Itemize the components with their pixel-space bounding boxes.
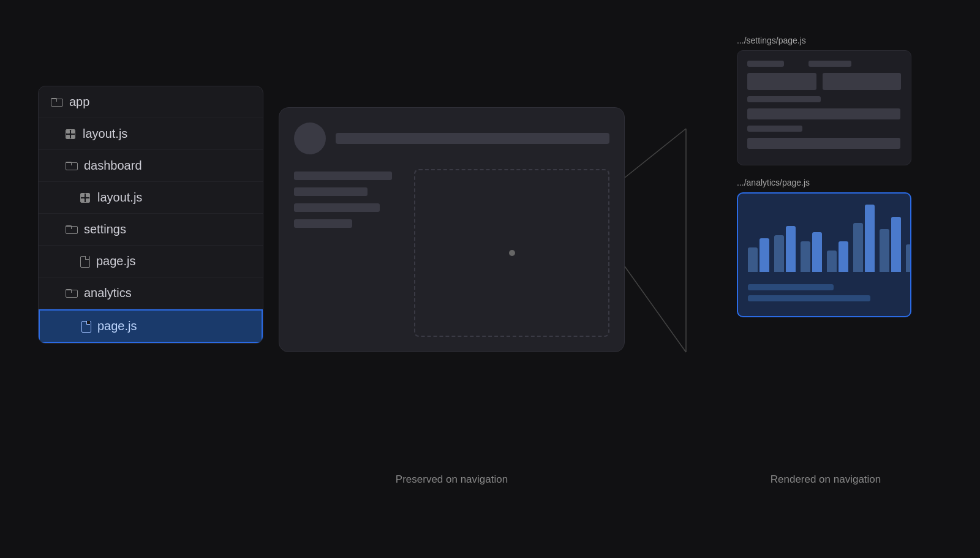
label-preserved: Preserved on navigation [279, 473, 625, 486]
preview-avatar [294, 123, 326, 154]
chart-bar [853, 223, 863, 272]
file-tree-sidebar: app layout.js dashboard layout.js settin… [38, 86, 263, 344]
chart-bar [906, 244, 911, 272]
bar-group-6 [880, 217, 901, 272]
chart-bar [774, 235, 784, 272]
chart-bar [760, 238, 769, 272]
bar-group-1 [748, 238, 769, 272]
rendered-text: Rendered on navigation [771, 473, 881, 485]
bar-group-7 [906, 235, 911, 272]
settings-row-1 [747, 61, 901, 67]
sidebar-item-label: app [69, 95, 89, 109]
sidebar-item-label: page.js [96, 254, 136, 268]
bar-group-5 [853, 205, 875, 272]
preview-bar-3 [294, 203, 380, 212]
sidebar-item-settings[interactable]: settings [39, 214, 263, 246]
sp-bar-sm [747, 61, 784, 67]
preview-bar-2 [294, 187, 368, 196]
preserved-text: Preserved on navigation [396, 473, 508, 485]
preview-header [294, 123, 609, 154]
bar-group-4 [827, 241, 848, 272]
main-preview-panel [279, 107, 625, 352]
sidebar-item-label: dashboard [84, 159, 142, 173]
settings-row-6 [747, 138, 901, 149]
analytics-text-row-1 [748, 284, 834, 290]
sp-bar-full [747, 108, 900, 119]
file-icon [81, 321, 90, 331]
analytics-panel [737, 192, 911, 317]
analytics-text-row-2 [748, 295, 870, 301]
preview-right-dashed [414, 169, 609, 337]
sidebar-item-label: layout.js [97, 190, 142, 205]
sidebar-item-dashboard[interactable]: dashboard [39, 150, 263, 182]
sidebar-item-page-js-analytics[interactable]: page.js [39, 309, 263, 343]
sp-bar-sm2 [809, 61, 851, 67]
sp-bar-md [747, 96, 821, 102]
preview-bar-1 [294, 172, 392, 180]
chart-bar [839, 241, 848, 272]
file-icon [80, 256, 89, 266]
bar-group-2 [774, 226, 796, 272]
analytics-path-label: .../analytics/page.js [737, 178, 911, 187]
sidebar-item-analytics[interactable]: analytics [39, 277, 263, 309]
right-panels: .../settings/page.js [737, 36, 911, 317]
svg-line-0 [625, 129, 686, 178]
main-container: app layout.js dashboard layout.js settin… [0, 0, 980, 558]
settings-row-4 [747, 108, 901, 119]
chart-bar [812, 232, 822, 272]
sidebar-item-page-js-settings[interactable]: page.js [39, 246, 263, 277]
preview-content [294, 169, 609, 337]
sidebar-item-label: page.js [97, 319, 137, 333]
sidebar-item-label: layout.js [83, 127, 127, 141]
layout-icon [80, 193, 90, 203]
settings-panel [737, 50, 911, 165]
sidebar-item-label: analytics [84, 286, 132, 300]
svg-line-1 [625, 266, 686, 352]
chart-bar [891, 217, 901, 272]
preview-header-bar [336, 133, 609, 144]
sp-bar-full2 [747, 138, 900, 149]
sidebar-item-layout-js-1[interactable]: layout.js [39, 118, 263, 150]
layout-icon [66, 129, 75, 139]
folder-icon [66, 162, 77, 170]
sp-block-1 [747, 73, 816, 90]
settings-row-3 [747, 96, 901, 102]
preview-dot [509, 250, 515, 256]
chart-bar [827, 251, 837, 272]
chart-area [748, 203, 900, 277]
chart-bar [786, 226, 796, 272]
folder-icon [51, 98, 62, 107]
chart-bar [865, 205, 875, 272]
folder-icon [66, 289, 77, 298]
preview-left-content [294, 169, 404, 337]
sidebar-item-app[interactable]: app [39, 86, 263, 118]
settings-path-label: .../settings/page.js [737, 36, 911, 45]
bar-group-3 [801, 232, 822, 272]
sp-block-2 [823, 73, 901, 90]
preview-bar-4 [294, 219, 352, 228]
sidebar-item-label: settings [84, 222, 126, 236]
settings-row-2 [747, 73, 901, 90]
sp-bar-sm3 [747, 126, 802, 132]
chart-bar [880, 229, 889, 272]
sidebar-item-layout-js-2[interactable]: layout.js [39, 182, 263, 214]
chart-bar [801, 241, 810, 272]
settings-row-5 [747, 126, 901, 132]
folder-icon [66, 225, 77, 234]
chart-bar [748, 247, 758, 272]
label-rendered: Rendered on navigation [740, 473, 911, 486]
